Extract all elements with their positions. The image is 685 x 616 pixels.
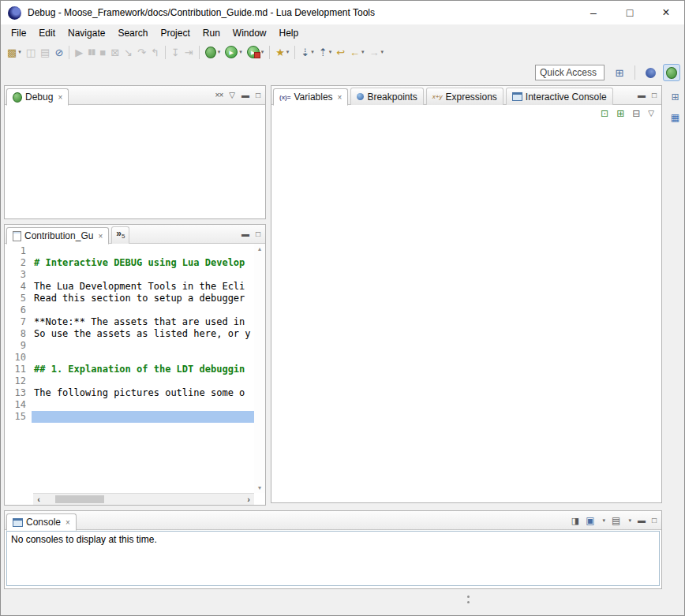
chevron-down-icon[interactable]: ▾ — [628, 517, 631, 524]
tab-console[interactable]: Console × — [6, 513, 77, 531]
pin-console-button[interactable]: ◨ — [571, 517, 579, 525]
quick-search-button[interactable]: ★ ▾ — [273, 43, 291, 61]
back-button[interactable]: ← ▾ — [347, 43, 367, 61]
chevron-down-icon[interactable]: ▾ — [361, 49, 365, 55]
menu-window[interactable]: Window — [226, 25, 273, 41]
minimize-view-button[interactable]: ▬ — [241, 230, 249, 238]
menu-run[interactable]: Run — [197, 25, 226, 41]
chevron-down-icon[interactable]: ▾ — [311, 49, 314, 55]
step-return-button[interactable]: ↰ — [148, 43, 162, 61]
scrollbar-thumb[interactable] — [55, 495, 104, 503]
minimize-view-button[interactable]: ▬ — [638, 91, 646, 99]
chevron-down-icon[interactable]: ▾ — [218, 49, 221, 55]
minimized-view-button[interactable]: ▦ — [668, 110, 683, 125]
last-edit-location-button[interactable]: ↩ — [334, 43, 347, 61]
maximize-view-button[interactable]: □ — [652, 91, 657, 99]
chevron-down-icon[interactable]: ▾ — [239, 49, 242, 55]
editor-horizontal-scrollbar[interactable]: ‹ › — [33, 493, 254, 505]
right-stack-tabbar: (x)= Variables × Breakpoints x+y Express… — [271, 86, 661, 105]
maximize-view-button[interactable]: □ — [652, 517, 657, 525]
tab-contribution-guide[interactable]: Contribution_Gu × — [6, 227, 109, 245]
resume-button[interactable]: ▶ — [73, 43, 85, 61]
maximize-view-button[interactable]: □ — [256, 91, 260, 99]
minimize-view-button[interactable]: ▬ — [638, 517, 646, 525]
tab-expressions[interactable]: x+y Expressions — [426, 88, 503, 105]
tab-interactive-console[interactable]: Interactive Console — [506, 88, 613, 105]
editor-line: 11## 1. Explanation of the LDT debuggin — [5, 364, 254, 375]
menu-file[interactable]: File — [5, 25, 32, 41]
restore-minimized-view-button[interactable]: ⊞ — [668, 89, 683, 104]
collapse-all-button[interactable]: ⊟ — [632, 109, 640, 118]
scroll-right-icon[interactable]: › — [243, 495, 254, 504]
use-step-filters-button[interactable]: ⇥ — [182, 43, 196, 61]
debug-button[interactable]: ▾ — [203, 43, 223, 61]
sash-grip[interactable] — [467, 595, 470, 604]
close-tab-icon[interactable]: × — [66, 518, 70, 527]
debug-view-panel: Debug × ×× ▽ ▬ □ — [4, 85, 266, 219]
debug-perspective-button[interactable] — [663, 64, 680, 81]
remove-all-terminated-button[interactable]: ×× — [215, 91, 223, 99]
chevron-down-icon[interactable]: ▾ — [603, 517, 606, 524]
editor-line: 14 — [5, 399, 254, 411]
disconnect-button[interactable]: ⊠ — [108, 43, 122, 61]
new-wizard-button[interactable]: ▩ ▾ — [5, 43, 24, 61]
step-over-icon: ↷ — [137, 47, 146, 58]
terminate-button[interactable]: ■ — [97, 43, 108, 61]
minimize-view-button[interactable]: ▬ — [241, 91, 249, 99]
close-tab-icon[interactable]: × — [338, 93, 342, 102]
chevron-down-icon[interactable]: ▾ — [18, 49, 21, 55]
quick-access-input[interactable]: Quick Access — [535, 65, 605, 80]
step-into-button[interactable]: ↘ — [122, 43, 135, 61]
print-button[interactable]: ▤ — [38, 43, 52, 61]
save-button[interactable]: ◫ — [24, 43, 38, 61]
run-button[interactable]: ▶ ▾ — [223, 43, 245, 61]
minimize-window-button[interactable]: – — [575, 1, 612, 24]
chevron-down-icon[interactable]: ▾ — [261, 49, 264, 55]
close-tab-icon[interactable]: × — [58, 93, 62, 102]
suspend-icon: ▮▮ — [88, 48, 95, 56]
maximize-window-button[interactable]: □ — [612, 1, 648, 24]
scrollbar-track[interactable] — [44, 494, 243, 505]
menu-navigate[interactable]: Navigate — [62, 25, 111, 41]
drop-to-frame-button[interactable]: ↧ — [169, 43, 182, 61]
lua-perspective-button[interactable] — [642, 64, 659, 81]
editor-vertical-scrollbar[interactable]: ▴ ▾ — [254, 244, 265, 493]
forward-button[interactable]: → ▾ — [367, 43, 387, 61]
chevron-down-icon[interactable]: ▾ — [381, 49, 384, 55]
editor-tab-overflow[interactable]: » 5 — [111, 226, 129, 245]
chevron-down-icon[interactable]: ▾ — [286, 49, 290, 55]
previous-annotation-button[interactable]: ⇡ ▾ — [316, 43, 334, 61]
line-number: 15 — [5, 411, 32, 423]
open-console-button[interactable]: ▤ — [612, 516, 620, 525]
suspend-button[interactable]: ▮▮ — [85, 43, 97, 61]
tab-variables[interactable]: (x)= Variables × — [273, 88, 348, 106]
editor-text-area[interactable]: 1 2# Interactive DEBUG using Lua Develop… — [5, 244, 254, 493]
close-tab-icon[interactable]: × — [98, 232, 103, 241]
menu-project[interactable]: Project — [154, 25, 196, 41]
next-annotation-button[interactable]: ⇣ ▾ — [298, 43, 316, 61]
menu-edit[interactable]: Edit — [32, 25, 62, 41]
show-type-names-button[interactable]: ⊡ — [601, 109, 608, 118]
menu-search[interactable]: Search — [111, 25, 154, 41]
line-number: 4 — [5, 281, 32, 293]
step-over-button[interactable]: ↷ — [135, 43, 148, 61]
line-text: **Note:** The assets that are used in — [32, 316, 254, 328]
chevron-down-icon[interactable]: ▾ — [329, 49, 332, 55]
view-menu-button[interactable]: ▽ — [648, 110, 654, 118]
open-perspective-button[interactable]: ⊞ — [611, 64, 628, 81]
debug-view-content — [5, 105, 265, 218]
tab-debug[interactable]: Debug × — [6, 88, 69, 106]
display-selected-console-button[interactable]: ▣ — [586, 516, 594, 525]
maximize-view-button[interactable]: □ — [256, 230, 260, 238]
external-tools-button[interactable]: ▶ ▾ — [245, 43, 267, 61]
close-window-button[interactable]: × — [648, 1, 684, 24]
show-logical-structure-button[interactable]: ⊞ — [616, 109, 624, 118]
scroll-left-icon[interactable]: ‹ — [33, 495, 44, 504]
view-menu-button[interactable]: ▽ — [229, 91, 235, 99]
perspective-switcher: ⊞ — [611, 64, 680, 81]
menu-help[interactable]: Help — [273, 25, 305, 41]
tab-breakpoints[interactable]: Breakpoints — [350, 88, 423, 105]
scroll-down-icon[interactable]: ▾ — [258, 484, 261, 491]
skip-all-breakpoints-button[interactable]: ⊘ — [52, 43, 66, 61]
scroll-up-icon[interactable]: ▴ — [258, 245, 261, 252]
